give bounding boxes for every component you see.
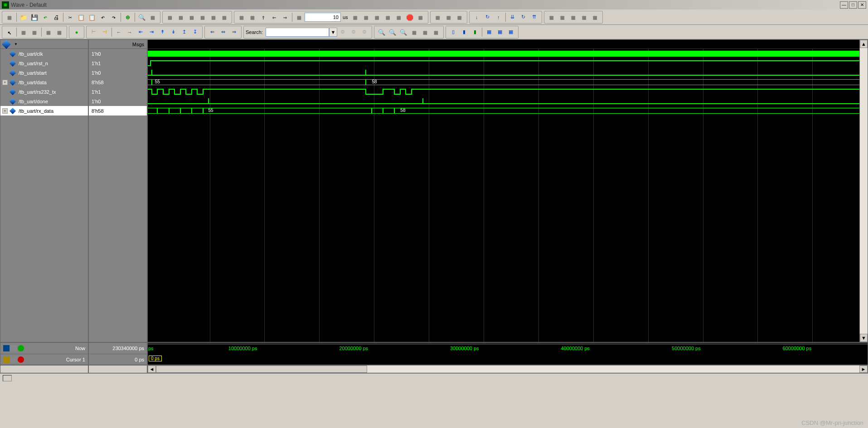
nav-button-2[interactable]: ↻: [483, 12, 493, 22]
wave-area[interactable]: 55 58: [147, 39, 868, 342]
wave-horizontal-scrollbar[interactable]: ◄ ►: [147, 365, 868, 373]
hscroll-signal-area[interactable]: [0, 365, 88, 373]
edge-nav-7[interactable]: ↥: [179, 27, 189, 37]
hscroll-msgs-area[interactable]: [88, 365, 147, 373]
signal-row[interactable]: + /tb_uart/rx_data: [0, 106, 88, 115]
msgs-row[interactable]: 1'h0: [89, 49, 147, 58]
layer-button-5[interactable]: [209, 12, 218, 22]
cursor-button[interactable]: [5, 27, 15, 37]
nav-button-6[interactable]: ⇈: [529, 12, 539, 22]
zoom-in-button[interactable]: [377, 27, 387, 37]
edge-nav-2[interactable]: →: [125, 27, 135, 37]
format-button-5[interactable]: ▦: [495, 27, 505, 37]
search-option-2[interactable]: ⚙: [349, 27, 359, 37]
zoom-cursor-button[interactable]: [409, 27, 419, 37]
nav-button-3[interactable]: ↑: [494, 12, 504, 22]
copy-button[interactable]: [76, 12, 86, 22]
trans-nav-3[interactable]: ⇒: [229, 27, 239, 37]
now-icon-1[interactable]: [3, 345, 10, 351]
format-button-4[interactable]: ▦: [484, 27, 494, 37]
step-forward-button[interactable]: [280, 12, 290, 22]
hscroll-thumb[interactable]: [156, 365, 367, 373]
save-button[interactable]: [29, 12, 39, 22]
scroll-left-arrow[interactable]: ◄: [148, 365, 156, 373]
select-button-2[interactable]: [29, 27, 39, 37]
cursor-nav-2[interactable]: ⊣: [100, 27, 110, 37]
now-icon-3[interactable]: [18, 345, 24, 351]
run-time-input[interactable]: [305, 13, 341, 22]
scroll-up-arrow[interactable]: ▲: [860, 40, 868, 48]
edge-nav-3[interactable]: ⇤: [136, 27, 145, 37]
expand-icon[interactable]: +: [2, 80, 8, 85]
window-button-1[interactable]: [547, 12, 557, 22]
undo-button[interactable]: [98, 12, 108, 22]
stop-button[interactable]: [405, 12, 415, 22]
signal-row[interactable]: + /tb_uart/data: [0, 77, 88, 87]
msgs-row[interactable]: 1'h1: [89, 87, 147, 96]
run-ctrl-2[interactable]: [361, 12, 371, 22]
run-button[interactable]: [294, 12, 304, 22]
zoom-out-button[interactable]: [388, 27, 398, 37]
run-ctrl-1[interactable]: [350, 12, 360, 22]
cursor-marker[interactable]: 0 ps: [149, 356, 162, 361]
expand-icon[interactable]: +: [2, 108, 8, 114]
close-button[interactable]: ✕: [858, 1, 866, 9]
edge-nav-5[interactable]: ↟: [157, 27, 167, 37]
cut-button[interactable]: [65, 12, 75, 22]
window-button-5[interactable]: [590, 12, 600, 22]
paste-button[interactable]: [87, 12, 97, 22]
wave-vertical-scrollbar[interactable]: ▲ ▼: [859, 40, 868, 342]
trans-nav-2[interactable]: ⇔: [218, 27, 228, 37]
msgs-row[interactable]: 1'h0: [89, 96, 147, 106]
edge-nav-8[interactable]: ↧: [190, 27, 200, 37]
search-option-3[interactable]: ⚙: [359, 27, 369, 37]
refresh-button[interactable]: [40, 12, 50, 22]
format-button-1[interactable]: ▯: [448, 27, 458, 37]
sim-button-2[interactable]: [247, 12, 257, 22]
chart-button-1[interactable]: [433, 12, 443, 22]
msgs-row[interactable]: 1'h0: [89, 68, 147, 77]
nav-button-5[interactable]: ↻: [519, 12, 529, 22]
format-button-2[interactable]: ▮: [459, 27, 469, 37]
new-button[interactable]: [5, 12, 15, 22]
redo-button[interactable]: [109, 12, 119, 22]
sim-button-1[interactable]: [237, 12, 247, 22]
format-button-3[interactable]: ▮: [470, 27, 480, 37]
layer-button-2[interactable]: [176, 12, 186, 22]
zoom-other-button[interactable]: [431, 27, 441, 37]
tool-button-1[interactable]: [148, 12, 158, 22]
print-button[interactable]: [51, 12, 61, 22]
find-button[interactable]: [137, 12, 147, 22]
zoom-region-button[interactable]: [420, 27, 430, 37]
open-button[interactable]: [19, 12, 29, 22]
layer-button-4[interactable]: [198, 12, 208, 22]
zoom-full-button[interactable]: [398, 27, 408, 37]
chart-button-2[interactable]: [444, 12, 454, 22]
step-back-button[interactable]: [269, 12, 279, 22]
signal-panel-header[interactable]: ▼: [0, 40, 88, 49]
window-button-4[interactable]: [579, 12, 589, 22]
signal-row[interactable]: + /tb_uart/done: [0, 96, 88, 106]
now-icon-2[interactable]: [10, 345, 17, 351]
run-ctrl-3[interactable]: [372, 12, 382, 22]
search-input[interactable]: [266, 28, 329, 37]
search-option-1[interactable]: ⚙: [338, 27, 348, 37]
layer-button-6[interactable]: [219, 12, 229, 22]
msgs-row[interactable]: 1'h1: [89, 58, 147, 68]
cursor-nav-1[interactable]: ⊢: [89, 27, 99, 37]
select-button-1[interactable]: [19, 27, 29, 37]
msgs-row[interactable]: 8'h58: [89, 77, 147, 87]
window-button-3[interactable]: [568, 12, 578, 22]
signal-row[interactable]: + /tb_uart/start: [0, 68, 88, 77]
nav-button-1[interactable]: ↓: [472, 12, 482, 22]
signal-row[interactable]: + /tb_uart/rst_n: [0, 58, 88, 68]
run-ctrl-6[interactable]: [416, 12, 426, 22]
layer-button-1[interactable]: [165, 12, 175, 22]
run-ctrl-4[interactable]: [383, 12, 393, 22]
run-ctrl-5[interactable]: [394, 12, 404, 22]
format-button-6[interactable]: ▦: [506, 27, 516, 37]
search-dropdown[interactable]: ▼: [329, 28, 337, 37]
expand-button-1[interactable]: [44, 27, 53, 37]
msgs-row[interactable]: 8'h58: [89, 106, 147, 115]
hand-button[interactable]: [455, 12, 465, 22]
